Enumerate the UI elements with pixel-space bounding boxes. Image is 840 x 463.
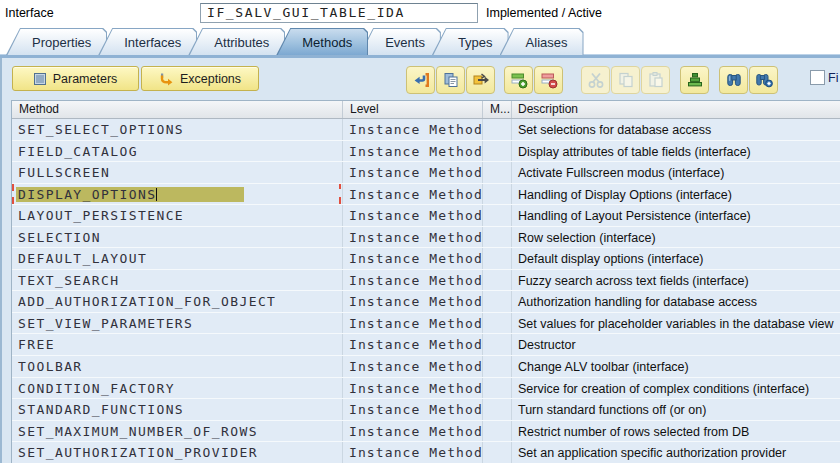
tab-types[interactable]: Types xyxy=(432,28,509,55)
method-cell[interactable]: SELECTION xyxy=(12,227,343,248)
parameters-button[interactable]: Parameters xyxy=(12,66,139,91)
modeled-cell[interactable] xyxy=(483,378,512,399)
method-cell[interactable]: FREE xyxy=(12,334,343,355)
description-cell[interactable]: Handling of Display Options (interface) xyxy=(512,184,840,205)
method-cell[interactable]: DEFAULT_LAYOUT xyxy=(12,248,343,269)
table-row[interactable]: LAYOUT_PERSISTENCE Instance Method Handl… xyxy=(12,205,840,227)
method-cell[interactable]: DISPLAY_OPTIONS xyxy=(12,184,343,205)
delete-line-icon[interactable] xyxy=(534,66,563,94)
level-cell[interactable]: Instance Method xyxy=(343,184,483,205)
level-cell[interactable]: Instance Method xyxy=(343,356,483,377)
modeled-cell[interactable] xyxy=(483,119,512,140)
column-header-level[interactable]: Level xyxy=(343,101,483,118)
method-cell[interactable]: TOOLBAR xyxy=(12,356,343,377)
method-cell[interactable]: SET_SELECT_OPTIONS xyxy=(12,119,343,140)
table-row[interactable]: SET_AUTHORIZATION_PROVIDER Instance Meth… xyxy=(12,442,840,463)
level-cell[interactable]: Instance Method xyxy=(343,119,483,140)
insert-line-icon[interactable] xyxy=(504,66,533,94)
modeled-cell[interactable] xyxy=(483,421,512,442)
modeled-cell[interactable] xyxy=(483,270,512,291)
level-cell[interactable]: Instance Method xyxy=(343,421,483,442)
level-cell[interactable]: Instance Method xyxy=(343,227,483,248)
tab-methods[interactable]: Methods xyxy=(276,28,368,55)
description-cell[interactable]: Restrict number of rows selected from DB xyxy=(512,421,840,442)
description-cell[interactable]: Turn standard functions off (or on) xyxy=(512,399,840,420)
tab-events[interactable]: Events xyxy=(359,28,441,55)
description-cell[interactable]: Change ALV toolbar (interface) xyxy=(512,356,840,377)
exceptions-button[interactable]: Exceptions xyxy=(141,66,259,91)
tab-interfaces[interactable]: Interfaces xyxy=(98,28,197,55)
level-cell[interactable]: Instance Method xyxy=(343,334,483,355)
description-cell[interactable]: Activate Fullscreen modus (interface) xyxy=(512,162,840,183)
description-cell[interactable]: Fuzzy search across text fields (interfa… xyxy=(512,270,840,291)
sort-icon[interactable] xyxy=(680,66,709,94)
table-row[interactable]: SET_MAXIMUM_NUMBER_OF_ROWS Instance Meth… xyxy=(12,421,840,443)
modeled-cell[interactable] xyxy=(483,399,512,420)
filter-checkbox[interactable] xyxy=(810,70,825,85)
table-row[interactable]: FREE Instance Method Destructor xyxy=(12,334,840,356)
modeled-cell[interactable] xyxy=(483,291,512,312)
modeled-cell[interactable] xyxy=(483,162,512,183)
table-row[interactable]: FIELD_CATALOG Instance Method Display at… xyxy=(12,141,840,163)
column-header-description[interactable]: Description xyxy=(512,101,840,118)
column-header-modeled[interactable]: M... xyxy=(483,101,512,118)
table-row[interactable]: DEFAULT_LAYOUT Instance Method Default d… xyxy=(12,248,840,270)
level-cell[interactable]: Instance Method xyxy=(343,399,483,420)
description-cell[interactable]: Destructor xyxy=(512,334,840,355)
method-cell[interactable]: SET_AUTHORIZATION_PROVIDER xyxy=(12,442,343,463)
modeled-cell[interactable] xyxy=(483,313,512,334)
description-cell[interactable]: Display attributes of table fields (inte… xyxy=(512,141,840,162)
table-row[interactable]: ADD_AUTHORIZATION_FOR_OBJECT Instance Me… xyxy=(12,291,840,313)
level-cell[interactable]: Instance Method xyxy=(343,141,483,162)
copy-method-icon[interactable] xyxy=(436,66,465,94)
description-cell[interactable]: Set an application specific authorizatio… xyxy=(512,442,840,463)
modeled-cell[interactable] xyxy=(483,442,512,463)
method-cell[interactable]: CONDITION_FACTORY xyxy=(12,378,343,399)
description-cell[interactable]: Set selections for database access xyxy=(512,119,840,140)
level-cell[interactable]: Instance Method xyxy=(343,205,483,226)
modeled-cell[interactable] xyxy=(483,227,512,248)
find-next-icon[interactable] xyxy=(749,66,778,94)
interface-name-field[interactable]: IF_SALV_GUI_TABLE_IDA xyxy=(200,3,478,23)
table-row[interactable]: FULLSCREEN Instance Method Activate Full… xyxy=(12,162,840,184)
column-header-method[interactable]: Method xyxy=(12,101,343,118)
tab-aliases[interactable]: Aliases xyxy=(500,28,584,55)
method-cell[interactable]: SET_VIEW_PARAMETERS xyxy=(12,313,343,334)
level-cell[interactable]: Instance Method xyxy=(343,378,483,399)
description-cell[interactable]: Handling of Layout Persistence (interfac… xyxy=(512,205,840,226)
method-cell[interactable]: FULLSCREEN xyxy=(12,162,343,183)
table-row[interactable]: STANDARD_FUNCTIONS Instance Method Turn … xyxy=(12,399,840,421)
table-row[interactable]: CONDITION_FACTORY Instance Method Servic… xyxy=(12,378,840,400)
table-row[interactable]: TOOLBAR Instance Method Change ALV toolb… xyxy=(12,356,840,378)
modeled-cell[interactable] xyxy=(483,141,512,162)
level-cell[interactable]: Instance Method xyxy=(343,313,483,334)
description-cell[interactable]: Default display options (interface) xyxy=(512,248,840,269)
tab-properties[interactable]: Properties xyxy=(6,28,107,55)
level-cell[interactable]: Instance Method xyxy=(343,442,483,463)
level-cell[interactable]: Instance Method xyxy=(343,248,483,269)
table-row[interactable]: DISPLAY_OPTIONS Instance Method Handling… xyxy=(12,184,840,206)
description-cell[interactable]: Row selection (interface) xyxy=(512,227,840,248)
modeled-cell[interactable] xyxy=(483,248,512,269)
description-cell[interactable]: Authorization handling for database acce… xyxy=(512,291,840,312)
goto-parameter-icon[interactable] xyxy=(406,66,435,94)
modeled-cell[interactable] xyxy=(483,184,512,205)
level-cell[interactable]: Instance Method xyxy=(343,291,483,312)
find-icon[interactable] xyxy=(719,66,748,94)
modeled-cell[interactable] xyxy=(483,205,512,226)
method-cell[interactable]: TEXT_SEARCH xyxy=(12,270,343,291)
method-cell[interactable]: ADD_AUTHORIZATION_FOR_OBJECT xyxy=(12,291,343,312)
table-row[interactable]: SET_VIEW_PARAMETERS Instance Method Set … xyxy=(12,313,840,335)
method-cell[interactable]: FIELD_CATALOG xyxy=(12,141,343,162)
method-cell[interactable]: STANDARD_FUNCTIONS xyxy=(12,399,343,420)
tab-attributes[interactable]: Attributes xyxy=(188,28,285,55)
table-row[interactable]: TEXT_SEARCH Instance Method Fuzzy search… xyxy=(12,270,840,292)
table-row[interactable]: SELECTION Instance Method Row selection … xyxy=(12,227,840,249)
move-method-icon[interactable] xyxy=(466,66,495,94)
method-cell[interactable]: SET_MAXIMUM_NUMBER_OF_ROWS xyxy=(12,421,343,442)
level-cell[interactable]: Instance Method xyxy=(343,162,483,183)
table-row[interactable]: SET_SELECT_OPTIONS Instance Method Set s… xyxy=(12,119,840,141)
modeled-cell[interactable] xyxy=(483,334,512,355)
modeled-cell[interactable] xyxy=(483,356,512,377)
level-cell[interactable]: Instance Method xyxy=(343,270,483,291)
